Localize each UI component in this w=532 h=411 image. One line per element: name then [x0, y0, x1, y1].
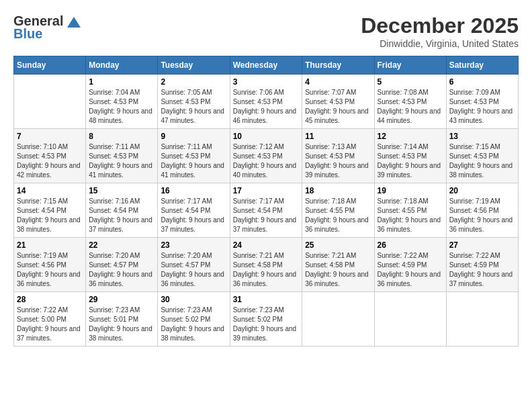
calendar-week-row: 21Sunrise: 7:19 AMSunset: 4:56 PMDayligh…	[14, 238, 519, 292]
calendar-cell: 15Sunrise: 7:16 AMSunset: 4:54 PMDayligh…	[86, 183, 158, 238]
page-header: General Blue December 2025 Dinwiddie, Vi…	[13, 13, 519, 49]
day-info: Sunrise: 7:21 AMSunset: 4:58 PMDaylight:…	[233, 251, 300, 289]
day-info: Sunrise: 7:07 AMSunset: 4:53 PMDaylight:…	[305, 88, 371, 126]
day-info: Sunrise: 7:23 AMSunset: 5:02 PMDaylight:…	[233, 306, 300, 343]
calendar-cell: 24Sunrise: 7:21 AMSunset: 4:58 PMDayligh…	[230, 238, 302, 292]
day-info: Sunrise: 7:22 AMSunset: 5:00 PMDaylight:…	[17, 306, 83, 343]
day-info: Sunrise: 7:23 AMSunset: 5:01 PMDaylight:…	[89, 306, 154, 343]
day-number: 24	[233, 240, 300, 250]
calendar-cell: 10Sunrise: 7:12 AMSunset: 4:53 PMDayligh…	[230, 129, 302, 183]
day-info: Sunrise: 7:16 AMSunset: 4:54 PMDaylight:…	[89, 197, 154, 234]
calendar-cell: 31Sunrise: 7:23 AMSunset: 5:02 PMDayligh…	[230, 292, 302, 347]
day-number: 25	[305, 240, 371, 250]
title-block: December 2025 Dinwiddie, Virginia, Unite…	[361, 13, 519, 49]
day-info: Sunrise: 7:11 AMSunset: 4:53 PMDaylight:…	[89, 142, 154, 180]
day-info: Sunrise: 7:23 AMSunset: 5:02 PMDaylight:…	[161, 306, 226, 343]
day-info: Sunrise: 7:08 AMSunset: 4:53 PMDaylight:…	[378, 88, 443, 126]
day-number: 14	[17, 186, 83, 195]
day-info: Sunrise: 7:17 AMSunset: 4:54 PMDaylight:…	[233, 197, 300, 234]
calendar-cell: 9Sunrise: 7:11 AMSunset: 4:53 PMDaylight…	[158, 129, 230, 183]
weekday-header-sunday: Sunday	[14, 56, 86, 75]
day-number: 1	[89, 77, 154, 87]
weekday-header-friday: Friday	[374, 56, 446, 75]
calendar-cell: 4Sunrise: 7:07 AMSunset: 4:53 PMDaylight…	[302, 75, 374, 129]
calendar-cell: 3Sunrise: 7:06 AMSunset: 4:53 PMDaylight…	[230, 75, 302, 129]
day-number: 20	[449, 186, 515, 195]
weekday-header-saturday: Saturday	[446, 56, 518, 75]
calendar-cell: 26Sunrise: 7:22 AMSunset: 4:59 PMDayligh…	[374, 238, 446, 292]
calendar-cell: 27Sunrise: 7:22 AMSunset: 4:59 PMDayligh…	[446, 238, 518, 292]
day-number: 11	[305, 132, 371, 141]
day-number: 22	[89, 240, 154, 250]
calendar-cell: 1Sunrise: 7:04 AMSunset: 4:53 PMDaylight…	[86, 75, 158, 129]
logo: General Blue	[13, 13, 81, 42]
svg-marker-0	[67, 17, 81, 28]
calendar-cell: 16Sunrise: 7:17 AMSunset: 4:54 PMDayligh…	[158, 183, 230, 238]
day-number: 26	[378, 240, 443, 250]
calendar-cell: 20Sunrise: 7:19 AMSunset: 4:56 PMDayligh…	[446, 183, 518, 238]
day-number: 19	[378, 186, 443, 195]
calendar-cell: 30Sunrise: 7:23 AMSunset: 5:02 PMDayligh…	[158, 292, 230, 347]
day-number: 30	[161, 295, 226, 304]
calendar-cell: 22Sunrise: 7:20 AMSunset: 4:57 PMDayligh…	[86, 238, 158, 292]
calendar-cell: 25Sunrise: 7:21 AMSunset: 4:58 PMDayligh…	[302, 238, 374, 292]
day-number: 31	[233, 295, 300, 304]
day-info: Sunrise: 7:15 AMSunset: 4:54 PMDaylight:…	[17, 197, 83, 234]
day-info: Sunrise: 7:18 AMSunset: 4:55 PMDaylight:…	[378, 197, 443, 234]
day-number: 17	[233, 186, 300, 195]
calendar-cell: 19Sunrise: 7:18 AMSunset: 4:55 PMDayligh…	[374, 183, 446, 238]
calendar-cell	[14, 75, 86, 129]
day-info: Sunrise: 7:21 AMSunset: 4:58 PMDaylight:…	[305, 251, 371, 289]
calendar-cell: 21Sunrise: 7:19 AMSunset: 4:56 PMDayligh…	[14, 238, 86, 292]
day-number: 2	[161, 77, 226, 87]
calendar-cell: 29Sunrise: 7:23 AMSunset: 5:01 PMDayligh…	[86, 292, 158, 347]
day-info: Sunrise: 7:06 AMSunset: 4:53 PMDaylight:…	[233, 88, 300, 126]
day-number: 13	[449, 132, 515, 141]
day-number: 21	[17, 240, 83, 250]
calendar-cell	[374, 292, 446, 347]
calendar-header-row: SundayMondayTuesdayWednesdayThursdayFrid…	[14, 56, 519, 75]
day-number: 23	[161, 240, 226, 250]
calendar-week-row: 7Sunrise: 7:10 AMSunset: 4:53 PMDaylight…	[14, 129, 519, 183]
day-number: 9	[161, 132, 226, 141]
day-info: Sunrise: 7:19 AMSunset: 4:56 PMDaylight:…	[17, 251, 83, 289]
day-number: 15	[89, 186, 154, 195]
calendar-cell: 12Sunrise: 7:14 AMSunset: 4:53 PMDayligh…	[374, 129, 446, 183]
calendar-cell: 5Sunrise: 7:08 AMSunset: 4:53 PMDaylight…	[374, 75, 446, 129]
calendar-cell: 8Sunrise: 7:11 AMSunset: 4:53 PMDaylight…	[86, 129, 158, 183]
day-number: 6	[449, 77, 515, 87]
calendar-cell: 11Sunrise: 7:13 AMSunset: 4:53 PMDayligh…	[302, 129, 374, 183]
logo-blue-text: Blue	[13, 26, 42, 42]
day-info: Sunrise: 7:22 AMSunset: 4:59 PMDaylight:…	[449, 251, 515, 289]
day-info: Sunrise: 7:10 AMSunset: 4:53 PMDaylight:…	[17, 142, 83, 180]
logo-icon	[67, 17, 81, 28]
month-title: December 2025	[361, 13, 519, 38]
calendar-body: 1Sunrise: 7:04 AMSunset: 4:53 PMDaylight…	[14, 75, 519, 347]
calendar-cell: 17Sunrise: 7:17 AMSunset: 4:54 PMDayligh…	[230, 183, 302, 238]
day-number: 7	[17, 132, 83, 141]
day-info: Sunrise: 7:13 AMSunset: 4:53 PMDaylight:…	[305, 142, 371, 180]
day-info: Sunrise: 7:18 AMSunset: 4:55 PMDaylight:…	[305, 197, 371, 234]
calendar-cell	[302, 292, 374, 347]
calendar-cell: 14Sunrise: 7:15 AMSunset: 4:54 PMDayligh…	[14, 183, 86, 238]
day-info: Sunrise: 7:20 AMSunset: 4:57 PMDaylight:…	[89, 251, 154, 289]
day-info: Sunrise: 7:19 AMSunset: 4:56 PMDaylight:…	[449, 197, 515, 234]
day-number: 27	[449, 240, 515, 250]
calendar-week-row: 28Sunrise: 7:22 AMSunset: 5:00 PMDayligh…	[14, 292, 519, 347]
calendar-week-row: 1Sunrise: 7:04 AMSunset: 4:53 PMDaylight…	[14, 75, 519, 129]
calendar-cell: 7Sunrise: 7:10 AMSunset: 4:53 PMDaylight…	[14, 129, 86, 183]
day-number: 4	[305, 77, 371, 87]
day-number: 29	[89, 295, 154, 304]
calendar-cell: 2Sunrise: 7:05 AMSunset: 4:53 PMDaylight…	[158, 75, 230, 129]
day-info: Sunrise: 7:15 AMSunset: 4:53 PMDaylight:…	[449, 142, 515, 180]
day-number: 8	[89, 132, 154, 141]
day-info: Sunrise: 7:11 AMSunset: 4:53 PMDaylight:…	[161, 142, 226, 180]
day-number: 3	[233, 77, 300, 87]
day-number: 16	[161, 186, 226, 195]
calendar-week-row: 14Sunrise: 7:15 AMSunset: 4:54 PMDayligh…	[14, 183, 519, 238]
day-info: Sunrise: 7:09 AMSunset: 4:53 PMDaylight:…	[449, 88, 515, 126]
calendar-table: SundayMondayTuesdayWednesdayThursdayFrid…	[13, 56, 519, 347]
calendar-cell: 28Sunrise: 7:22 AMSunset: 5:00 PMDayligh…	[14, 292, 86, 347]
calendar-cell: 6Sunrise: 7:09 AMSunset: 4:53 PMDaylight…	[446, 75, 518, 129]
weekday-header-tuesday: Tuesday	[158, 56, 230, 75]
